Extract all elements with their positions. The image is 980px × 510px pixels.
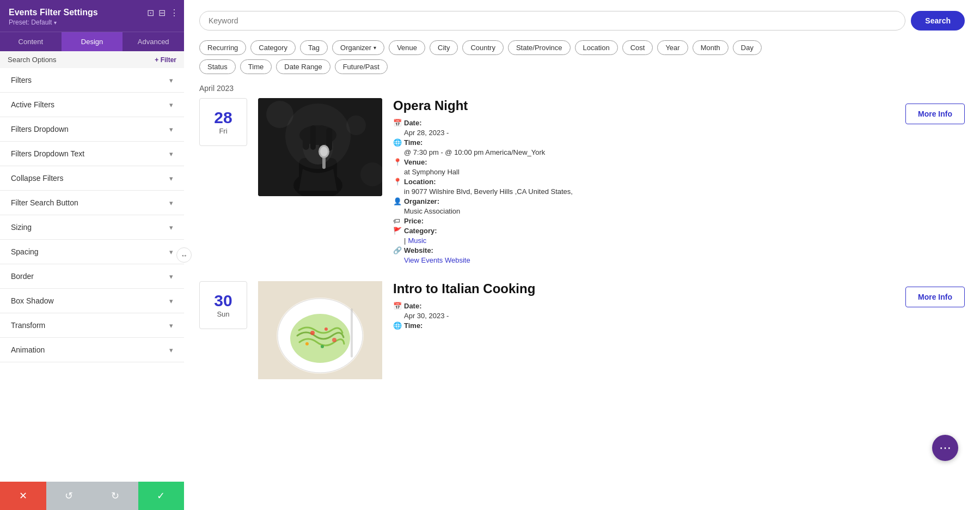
svg-point-21 xyxy=(324,327,328,331)
event-meta-organizer-value: Music Association xyxy=(393,207,895,215)
pill-state-province[interactable]: State/Province xyxy=(508,40,571,55)
save-icon: ✓ xyxy=(157,490,165,502)
sidebar-item-label: Sizing xyxy=(11,223,32,232)
sidebar-item-label: Border xyxy=(11,272,34,281)
chevron-down-icon: ▾ xyxy=(169,248,173,256)
pill-future-past[interactable]: Future/Past xyxy=(335,59,388,74)
event-details-cooking: Intro to Italian Cooking 📅 Date: Apr 30,… xyxy=(393,281,895,331)
search-bar-row: Search xyxy=(199,11,965,31)
pill-organizer[interactable]: Organizer▾ xyxy=(332,40,384,55)
event-meta-date-value-2: Apr 30, 2023 - xyxy=(393,312,895,320)
more-info-button-opera[interactable]: More Info xyxy=(905,104,965,124)
reset-button[interactable]: ↺ xyxy=(46,482,93,510)
main-content: Search Recurring Category Tag Organizer▾… xyxy=(184,0,980,510)
event-card-italian-cooking: 30 Sun xyxy=(199,281,965,379)
pill-tag[interactable]: Tag xyxy=(300,40,328,55)
search-button[interactable]: Search xyxy=(911,11,965,31)
pill-cost[interactable]: Cost xyxy=(622,40,653,55)
location-value: in 9077 Wilshire Blvd, Beverly Hills ,CA… xyxy=(404,187,573,196)
sidebar-item-border[interactable]: Border ▾ xyxy=(0,264,184,289)
redo-icon: ↻ xyxy=(111,490,119,502)
redo-button[interactable]: ↻ xyxy=(92,482,138,510)
svg-point-23 xyxy=(305,342,309,345)
sidebar-item-filters[interactable]: Filters ▾ xyxy=(0,68,184,93)
link-icon: 🔗 xyxy=(393,246,402,254)
event-date-number-2: 30 xyxy=(214,293,232,309)
search-input-wrap[interactable] xyxy=(199,11,905,31)
sidebar-menu: Filters ▾ Active Filters ▾ Filters Dropd… xyxy=(0,68,184,482)
search-input[interactable] xyxy=(209,16,896,25)
category-label: Category: xyxy=(404,227,437,235)
event-image-cooking xyxy=(258,281,382,379)
category-link[interactable]: Music xyxy=(408,236,426,245)
sidebar-item-filters-dropdown[interactable]: Filters Dropdown ▾ xyxy=(0,117,184,142)
pill-status[interactable]: Status xyxy=(199,59,236,74)
event-meta-date-value: Apr 28, 2023 - xyxy=(393,129,895,137)
pill-location[interactable]: Location xyxy=(575,40,618,55)
sidebar-tabs: Content Design Advanced xyxy=(0,32,184,51)
website-link[interactable]: View Events Website xyxy=(404,256,470,264)
icon-expand[interactable]: ⊡ xyxy=(147,8,154,18)
sidebar-item-animation[interactable]: Animation ▾ xyxy=(0,338,184,362)
sidebar-item-active-filters[interactable]: Active Filters ▾ xyxy=(0,93,184,117)
pill-time[interactable]: Time xyxy=(240,59,272,74)
chevron-down-icon: ▾ xyxy=(169,199,173,207)
pill-year[interactable]: Year xyxy=(657,40,688,55)
floating-action-button[interactable]: ⋯ xyxy=(932,435,958,461)
pill-category[interactable]: Category xyxy=(250,40,296,55)
event-date-number: 28 xyxy=(214,110,232,126)
event-meta-time-value: @ 7:30 pm - @ 10:00 pm America/New_York xyxy=(393,148,895,156)
event-card-opera-night: 28 Fri xyxy=(199,98,965,266)
tab-content[interactable]: Content xyxy=(0,32,62,51)
organizer-value: Music Association xyxy=(404,207,460,215)
pin-icon: 📍 xyxy=(393,158,402,166)
preset-label: Preset: Default xyxy=(9,19,52,26)
sidebar-item-spacing[interactable]: Spacing ▾ xyxy=(0,240,184,264)
event-meta-organizer: 👤 Organizer: xyxy=(393,197,895,205)
sidebar-item-filters-dropdown-text[interactable]: Filters Dropdown Text ▾ xyxy=(0,142,184,166)
add-filter-button[interactable]: + Filter xyxy=(155,56,176,64)
event-date-box-2: 30 Sun xyxy=(199,281,247,329)
venue-label: Venue: xyxy=(404,158,427,166)
sidebar-item-label: Active Filters xyxy=(11,100,54,109)
sidebar-item-transform[interactable]: Transform ▾ xyxy=(0,313,184,338)
icon-layout[interactable]: ⊟ xyxy=(158,8,166,18)
sidebar-item-label: Spacing xyxy=(11,247,39,256)
resize-handle[interactable]: ↔ xyxy=(176,247,192,263)
event-title: Opera Night xyxy=(393,98,895,113)
sidebar-item-label: Filters Dropdown xyxy=(11,125,69,133)
cancel-icon: ✕ xyxy=(19,490,27,502)
filter-pills-row-1: Recurring Category Tag Organizer▾ Venue … xyxy=(199,40,965,55)
sidebar-item-collapse-filters[interactable]: Collapse Filters ▾ xyxy=(0,166,184,191)
sidebar-item-filter-search-button[interactable]: Filter Search Button ▾ xyxy=(0,191,184,215)
pill-month[interactable]: Month xyxy=(693,40,728,55)
event-meta-website: 🔗 Website: xyxy=(393,246,895,254)
cancel-button[interactable]: ✕ xyxy=(0,482,46,510)
save-button[interactable]: ✓ xyxy=(138,482,185,510)
pill-venue[interactable]: Venue xyxy=(389,40,425,55)
pill-recurring[interactable]: Recurring xyxy=(199,40,246,55)
sidebar-item-label: Filter Search Button xyxy=(11,198,78,207)
sidebar-preset[interactable]: Preset: Default ▾ xyxy=(9,19,175,26)
calendar-icon: 📅 xyxy=(393,119,402,127)
event-meta-website-value: View Events Website xyxy=(393,256,895,264)
time-label: Time: xyxy=(404,138,422,147)
event-image-opera xyxy=(258,98,382,196)
sidebar-item-sizing[interactable]: Sizing ▾ xyxy=(0,215,184,240)
icon-more[interactable]: ⋮ xyxy=(170,8,179,18)
sidebar-item-label: Animation xyxy=(11,345,45,354)
pill-country[interactable]: Country xyxy=(462,40,504,55)
tab-design[interactable]: Design xyxy=(62,32,123,51)
event-meta-location-value: in 9077 Wilshire Blvd, Beverly Hills ,CA… xyxy=(393,187,895,196)
event-date-box: 28 Fri xyxy=(199,98,247,146)
pill-date-range[interactable]: Date Range xyxy=(276,59,330,74)
more-info-button-cooking[interactable]: More Info xyxy=(905,287,965,307)
sidebar-item-box-shadow[interactable]: Box Shadow ▾ xyxy=(0,289,184,313)
event-date-day: Fri xyxy=(219,127,227,135)
clock-icon: 🌐 xyxy=(393,138,402,147)
pill-day[interactable]: Day xyxy=(733,40,762,55)
tab-advanced[interactable]: Advanced xyxy=(122,32,184,51)
pill-city[interactable]: City xyxy=(430,40,458,55)
reset-icon: ↺ xyxy=(65,490,73,502)
event-meta-category-value: | Music xyxy=(393,236,895,245)
